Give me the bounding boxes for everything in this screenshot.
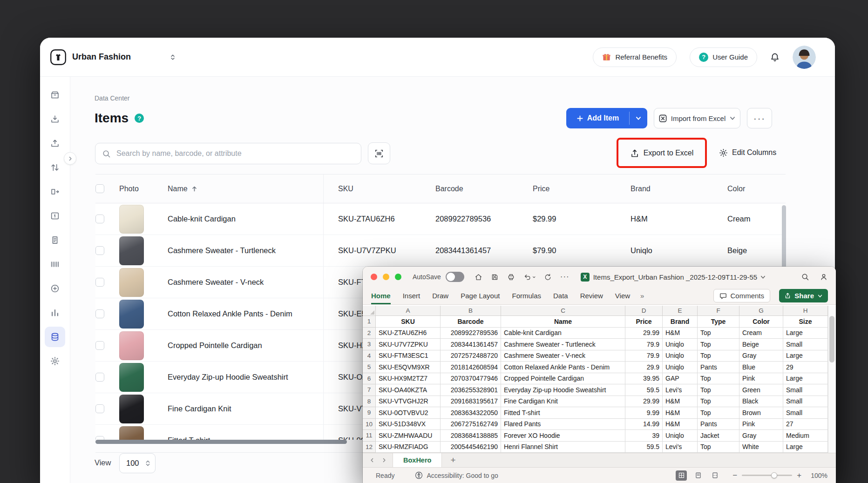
excel-tab-home[interactable]: Home: [371, 287, 391, 304]
row-header-5[interactable]: 5: [363, 362, 376, 373]
more-actions-button[interactable]: ···: [747, 108, 772, 128]
cell-D1[interactable]: Price: [625, 316, 663, 328]
sidebar-item-purchase[interactable]: [45, 278, 65, 299]
page-break-view-button[interactable]: [709, 470, 720, 481]
undo-icon[interactable]: [523, 273, 536, 281]
cell-H10[interactable]: 27: [783, 419, 828, 430]
excel-vertical-scrollbar-thumb[interactable]: [829, 316, 834, 362]
add-sheet-button[interactable]: +: [450, 455, 455, 465]
select-all-corner[interactable]: [363, 306, 376, 316]
cell-C7[interactable]: Everyday Zip-up Hoodie Sweatshirt: [501, 384, 625, 396]
refresh-icon[interactable]: [544, 273, 552, 281]
cell-A10[interactable]: SKU-51D348VX: [376, 419, 441, 430]
cell-F1[interactable]: Type: [698, 316, 739, 328]
cell-G3[interactable]: Beige: [739, 339, 783, 350]
select-all-checkbox[interactable]: [95, 184, 104, 193]
cell-A1[interactable]: SKU: [376, 316, 441, 328]
cell-F12[interactable]: Top: [698, 442, 739, 453]
cell-G9[interactable]: Brown: [739, 407, 783, 419]
more-commands-icon[interactable]: ···: [560, 272, 570, 282]
cell-A12[interactable]: SKU-RMZFIADG: [376, 442, 441, 453]
cell-B6[interactable]: 2070370477946: [441, 373, 501, 385]
sidebar-collapse-button[interactable]: [64, 152, 76, 165]
cell-B5[interactable]: 2018142608594: [441, 362, 501, 373]
table-row[interactable]: Cable-knit CardiganSKU-ZTAU6ZH6208992278…: [95, 203, 786, 235]
user-guide-button[interactable]: ? User Guide: [690, 47, 757, 67]
cell-G11[interactable]: Gray: [739, 430, 783, 442]
row-header-11[interactable]: 11: [363, 430, 376, 442]
sidebar-item-analytics[interactable]: [45, 302, 65, 323]
cell-D7[interactable]: 59.5: [625, 384, 663, 396]
row-checkbox[interactable]: [95, 341, 104, 350]
excel-tab-data[interactable]: Data: [553, 287, 568, 304]
search-icon[interactable]: [801, 273, 809, 281]
cell-C1[interactable]: Name: [501, 316, 625, 328]
table-row[interactable]: Cashmere Sweater - TurtleneckSKU-U7V7ZPK…: [95, 235, 786, 267]
cell-F3[interactable]: Top: [698, 339, 739, 350]
cell-A8[interactable]: SKU-VTVGHJ2R: [376, 396, 441, 408]
search-input[interactable]: [115, 149, 361, 158]
cell-H8[interactable]: Small: [783, 396, 828, 408]
sidebar-item-data-center[interactable]: [45, 327, 65, 347]
cell-H1[interactable]: Size: [783, 316, 828, 328]
home-icon[interactable]: [475, 273, 482, 281]
cell-D11[interactable]: 39: [625, 430, 663, 442]
cell-A11[interactable]: SKU-ZMHWAADU: [376, 430, 441, 442]
sidebar-item-settings[interactable]: [45, 351, 65, 371]
document-title-group[interactable]: X Items_Export_Urban Fashion _2025-12-09…: [581, 273, 766, 282]
notifications-bell-icon[interactable]: [769, 52, 780, 63]
document-title[interactable]: Items_Export_Urban Fashion _2025-12-09T1…: [593, 273, 757, 281]
cell-H2[interactable]: Large: [783, 328, 828, 339]
cell-G4[interactable]: Gray: [739, 350, 783, 362]
cell-B2[interactable]: 2089922789536: [441, 328, 501, 339]
cell-E12[interactable]: Levi's: [663, 442, 698, 453]
cell-E6[interactable]: GAP: [663, 373, 698, 385]
presenter-icon[interactable]: [820, 273, 828, 281]
cell-H7[interactable]: Small: [783, 384, 828, 396]
add-item-main[interactable]: Add Item: [566, 108, 629, 128]
cell-H6[interactable]: Large: [783, 373, 828, 385]
cell-E7[interactable]: Levi's: [663, 384, 698, 396]
cell-C2[interactable]: Cable-knit Cardigan: [501, 328, 625, 339]
column-header-D[interactable]: D: [625, 306, 663, 316]
cell-D10[interactable]: 14.99: [625, 419, 663, 430]
cell-F11[interactable]: Jacket: [698, 430, 739, 442]
autosave-toggle[interactable]: [446, 272, 464, 282]
page-layout-view-button[interactable]: [692, 470, 704, 481]
cell-G6[interactable]: Pink: [739, 373, 783, 385]
column-header-E[interactable]: E: [663, 306, 698, 316]
cell-E3[interactable]: Uniqlo: [663, 339, 698, 350]
row-checkbox[interactable]: [95, 436, 104, 440]
column-header-A[interactable]: A: [376, 306, 441, 316]
excel-tab-draw[interactable]: Draw: [432, 287, 448, 304]
sidebar-item-move[interactable]: [45, 181, 65, 202]
cell-A7[interactable]: SKU-OA40KZTA: [376, 384, 441, 396]
cell-A2[interactable]: SKU-ZTAU6ZH6: [376, 328, 441, 339]
row-header-1[interactable]: 1: [363, 316, 376, 328]
excel-tab-formulas[interactable]: Formulas: [512, 287, 541, 304]
cell-B12[interactable]: 2005445462190: [441, 442, 501, 453]
sidebar-item-barcode[interactable]: [45, 254, 65, 275]
zoom-percentage[interactable]: 100%: [811, 472, 827, 479]
more-ribbon-tabs[interactable]: »: [640, 292, 644, 300]
cell-F9[interactable]: Top: [698, 407, 739, 419]
cell-G8[interactable]: Black: [739, 396, 783, 408]
save-icon[interactable]: [491, 273, 499, 281]
cell-G12[interactable]: White: [739, 442, 783, 453]
cell-E8[interactable]: H&M: [663, 396, 698, 408]
sidebar-item-stock-in[interactable]: [45, 109, 65, 129]
cell-D6[interactable]: 39.95: [625, 373, 663, 385]
row-checkbox[interactable]: [95, 278, 104, 287]
referral-benefits-button[interactable]: Referral Benefits: [593, 47, 677, 67]
cell-G10[interactable]: Pink: [739, 419, 783, 430]
row-checkbox[interactable]: [95, 404, 104, 413]
cell-F6[interactable]: Top: [698, 373, 739, 385]
cell-A4[interactable]: SKU-FTM3ESC1: [376, 350, 441, 362]
cell-C9[interactable]: Fitted T-shirt: [501, 407, 625, 419]
excel-tab-review[interactable]: Review: [580, 287, 603, 304]
cell-F2[interactable]: Top: [698, 328, 739, 339]
cell-H5[interactable]: 29: [783, 362, 828, 373]
excel-tab-insert[interactable]: Insert: [403, 287, 420, 304]
sidebar-item-documents[interactable]: [45, 230, 65, 250]
row-checkbox[interactable]: [95, 309, 104, 318]
